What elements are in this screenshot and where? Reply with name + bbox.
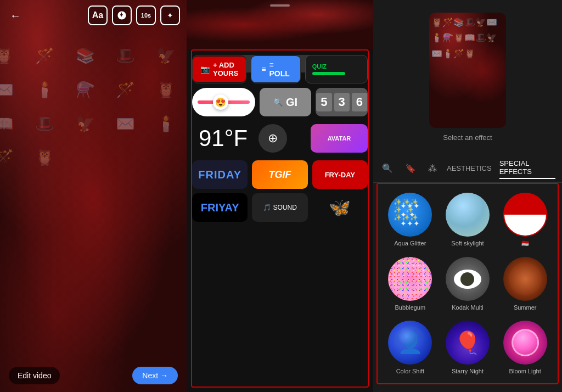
preview-label: Select an effect [443,133,492,142]
kodak-preview [446,257,490,301]
effects-grid-border: ✦✦✦✦ ✦✦✦✦ Aqua Glitter Soft skylight 🇮🇩 … [376,183,559,384]
effects-panel: 🦉🪄📚🎩🦅✉️🕯️⚗️🦉📖🎩🦅✉️🕯️🪄🦉 Select an effect 🔍… [373,0,562,392]
kodak-pupil [460,272,474,286]
friyay-label: FRIYAY [201,201,239,214]
aqua-glitter-preview: ✦✦✦✦ ✦✦✦✦ [388,193,432,237]
slider-thumb: 😍 [213,94,228,110]
effects-search-icon[interactable]: 🔍 [380,161,395,176]
bubblegum-label: Bubblegum [395,304,426,311]
soft-skylight-effect[interactable]: Soft skylight [440,188,496,251]
kodak-effect[interactable]: Kodak Multi [440,253,496,315]
sticker-row-4: FRIDAY TGIF FRY-DAY [192,160,368,189]
butterfly-emoji: 🦋 [329,197,351,218]
tgif-label: TGIF [268,169,291,181]
sparkle-tool-button[interactable]: ✦ [160,5,180,25]
effects-bookmark-icon[interactable]: 🔖 [403,161,418,176]
sound-sticker[interactable]: 🎵 SOUND [252,193,307,222]
effects-preview: 🦉🪄📚🎩🦅✉️🕯️⚗️🦉📖🎩🦅✉️🕯️🪄🦉 Select an effect [373,0,562,154]
friday-sticker[interactable]: FRIDAY [192,160,248,189]
editor-footer: Edit video Next → [0,359,187,392]
temperature-sticker[interactable]: 91°F [192,121,254,156]
slider-track: 😍 [198,100,250,104]
soft-skylight-preview [446,193,490,237]
bloom-light-effect[interactable]: Bloom Light [497,316,553,379]
color-shift-preview: 👤 [388,321,432,365]
bubblegum-effect[interactable]: Bubblegum [382,253,439,315]
butterfly-sticker[interactable]: 🦋 [312,193,368,222]
summer-effect[interactable]: Summer [497,253,553,315]
stickers-panel: 🔍 📷 + ADD YOURS ≡ ≡ POLL QUIZ [187,0,373,392]
timer-tool-button[interactable]: 10s [136,5,156,25]
flag-preview [503,193,547,237]
color-shift-human: 👤 [397,331,423,355]
bloom-circle [512,329,539,356]
avatar-sticker[interactable]: AVATAR [311,124,368,153]
starry-night-preview: 🎈 [446,321,490,365]
sticker-row-2: 😍 🔍 GI 5 3 6 [192,88,368,116]
poll-sticker[interactable]: ≡ ≡ POLL [251,55,300,83]
stickers-panel-preview [187,0,373,49]
add-sticker-button[interactable]: ⊕ [258,124,287,153]
aqua-glitter-effect[interactable]: ✦✦✦✦ ✦✦✦✦ Aqua Glitter [382,188,439,251]
starry-night-label: Starry Night [452,368,484,374]
sound-label: 🎵 SOUND [263,204,297,211]
preview-card: 🦉🪄📚🎩🦅✉️🕯️⚗️🦉📖🎩🦅✉️🕯️🪄🦉 [429,13,506,128]
soft-skylight-label: Soft skylight [451,240,484,247]
quiz-sticker[interactable]: QUIZ [305,55,368,83]
countdown-digit-2: 3 [334,93,350,111]
sticker-row-1: 📷 + ADD YOURS ≡ ≡ POLL QUIZ [192,55,368,83]
quiz-label: QUIZ [312,63,327,70]
kodak-label: Kodak Multi [452,304,483,311]
stickers-top-bg [187,0,373,49]
gif-search-sticker[interactable]: 🔍 GI [260,88,312,116]
starry-night-effect[interactable]: 🎈 Starry Night [440,316,496,379]
bloom-light-label: Bloom Light [509,368,541,374]
color-shift-effect[interactable]: 👤 Color Shift [382,316,439,379]
friday-label: FRIDAY [198,169,241,181]
toolbar-icons: Aa 10s ✦ [88,5,180,25]
summer-label: Summer [514,304,537,311]
sticker-tool-button[interactable] [112,5,132,25]
editor-toolbar: ← Aa 10s ✦ [0,0,187,31]
preview-pattern: 🦉🪄📚🎩🦅✉️🕯️⚗️🦉📖🎩🦅✉️🕯️🪄🦉 [429,13,506,128]
drag-handle[interactable] [270,4,290,7]
effects-grid: ✦✦✦✦ ✦✦✦✦ Aqua Glitter Soft skylight 🇮🇩 … [378,184,558,383]
fryday-sticker[interactable]: FRY-DAY [312,160,368,189]
hp-pattern [0,0,187,392]
bloom-light-preview [503,321,547,365]
fryday-label: FRY-DAY [325,171,355,179]
gif-label: GI [286,96,297,109]
add-yours-label: 📷 + ADD YOURS [193,57,246,82]
flag-effect[interactable]: 🇮🇩 [497,188,553,251]
poll-label: ≡ ≡ POLL [251,56,300,82]
add-yours-sticker[interactable]: 📷 + ADD YOURS [192,55,246,83]
tab-aesthetics[interactable]: AESTHETICS [447,162,492,175]
sticker-row-3: 91°F ⊕ AVATAR [192,121,368,156]
tgif-sticker[interactable]: TGIF [252,160,307,189]
back-button[interactable]: ← [7,7,24,24]
summer-preview [503,257,547,301]
text-tool-button[interactable]: Aa [88,5,108,25]
emoji-slider-sticker[interactable]: 😍 [192,88,255,116]
countdown-digit-1: 5 [316,93,331,111]
countdown-sticker[interactable]: 5 3 6 [316,88,368,116]
confetti-bg [388,257,432,301]
quiz-bar [312,72,345,75]
kodak-eye [454,270,481,289]
flag-label: 🇮🇩 [521,240,529,247]
stickers-content: 📷 + ADD YOURS ≡ ≡ POLL QUIZ 😍 [187,49,373,392]
aqua-glitter-label: Aqua Glitter [394,240,426,247]
bubblegum-preview [388,257,432,301]
friyay-sticker[interactable]: FRIYAY [192,193,248,222]
video-editor-panel: ← Aa 10s ✦ Edit video Next → [0,0,187,392]
edit-video-button[interactable]: Edit video [9,367,60,384]
effects-sparkle-icon[interactable]: ⁂ [426,161,439,176]
countdown-digit-3: 6 [352,93,367,111]
effects-tabs-row: 🔍 🔖 ⁂ AESTHETICS SPECIAL EFFECTS [373,154,562,183]
next-button[interactable]: Next → [132,367,178,384]
avatar-label: AVATAR [328,135,351,142]
color-shift-label: Color Shift [396,368,424,374]
sticker-row-5: FRIYAY 🎵 SOUND 🦋 [192,193,368,222]
tab-special-effects[interactable]: SPECIAL EFFECTS [499,157,555,179]
